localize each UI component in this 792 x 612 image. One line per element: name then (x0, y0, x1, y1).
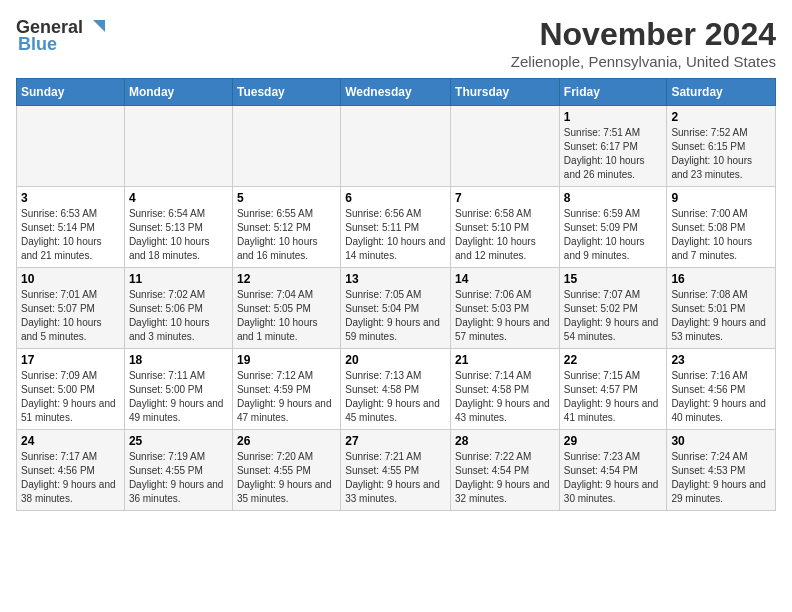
day-info: Sunrise: 7:02 AM Sunset: 5:06 PM Dayligh… (129, 288, 228, 344)
day-number: 27 (345, 434, 446, 448)
calendar-cell (17, 106, 125, 187)
day-info: Sunrise: 7:14 AM Sunset: 4:58 PM Dayligh… (455, 369, 555, 425)
day-info: Sunrise: 6:59 AM Sunset: 5:09 PM Dayligh… (564, 207, 663, 263)
day-info: Sunrise: 7:05 AM Sunset: 5:04 PM Dayligh… (345, 288, 446, 344)
calendar-table: SundayMondayTuesdayWednesdayThursdayFrid… (16, 78, 776, 511)
calendar-cell: 2Sunrise: 7:52 AM Sunset: 6:15 PM Daylig… (667, 106, 776, 187)
column-header-sunday: Sunday (17, 79, 125, 106)
day-number: 8 (564, 191, 663, 205)
location-text: Zelienople, Pennsylvania, United States (511, 53, 776, 70)
day-info: Sunrise: 7:09 AM Sunset: 5:00 PM Dayligh… (21, 369, 120, 425)
calendar-cell: 9Sunrise: 7:00 AM Sunset: 5:08 PM Daylig… (667, 187, 776, 268)
column-header-saturday: Saturday (667, 79, 776, 106)
day-number: 6 (345, 191, 446, 205)
calendar-week-row: 17Sunrise: 7:09 AM Sunset: 5:00 PM Dayli… (17, 349, 776, 430)
day-info: Sunrise: 7:07 AM Sunset: 5:02 PM Dayligh… (564, 288, 663, 344)
day-number: 29 (564, 434, 663, 448)
day-info: Sunrise: 7:23 AM Sunset: 4:54 PM Dayligh… (564, 450, 663, 506)
calendar-cell: 20Sunrise: 7:13 AM Sunset: 4:58 PM Dayli… (341, 349, 451, 430)
day-info: Sunrise: 7:13 AM Sunset: 4:58 PM Dayligh… (345, 369, 446, 425)
day-info: Sunrise: 7:11 AM Sunset: 5:00 PM Dayligh… (129, 369, 228, 425)
calendar-cell: 4Sunrise: 6:54 AM Sunset: 5:13 PM Daylig… (124, 187, 232, 268)
day-info: Sunrise: 7:24 AM Sunset: 4:53 PM Dayligh… (671, 450, 771, 506)
calendar-cell: 21Sunrise: 7:14 AM Sunset: 4:58 PM Dayli… (451, 349, 560, 430)
calendar-cell: 19Sunrise: 7:12 AM Sunset: 4:59 PM Dayli… (232, 349, 340, 430)
day-number: 18 (129, 353, 228, 367)
day-info: Sunrise: 7:22 AM Sunset: 4:54 PM Dayligh… (455, 450, 555, 506)
calendar-cell: 7Sunrise: 6:58 AM Sunset: 5:10 PM Daylig… (451, 187, 560, 268)
calendar-cell: 17Sunrise: 7:09 AM Sunset: 5:00 PM Dayli… (17, 349, 125, 430)
day-info: Sunrise: 7:20 AM Sunset: 4:55 PM Dayligh… (237, 450, 336, 506)
day-number: 24 (21, 434, 120, 448)
svg-marker-0 (93, 20, 105, 32)
calendar-cell: 3Sunrise: 6:53 AM Sunset: 5:14 PM Daylig… (17, 187, 125, 268)
day-number: 21 (455, 353, 555, 367)
calendar-cell: 6Sunrise: 6:56 AM Sunset: 5:11 PM Daylig… (341, 187, 451, 268)
day-number: 1 (564, 110, 663, 124)
column-header-monday: Monday (124, 79, 232, 106)
day-number: 25 (129, 434, 228, 448)
calendar-cell: 13Sunrise: 7:05 AM Sunset: 5:04 PM Dayli… (341, 268, 451, 349)
calendar-cell: 25Sunrise: 7:19 AM Sunset: 4:55 PM Dayli… (124, 430, 232, 511)
day-number: 22 (564, 353, 663, 367)
calendar-cell: 29Sunrise: 7:23 AM Sunset: 4:54 PM Dayli… (559, 430, 667, 511)
calendar-cell: 22Sunrise: 7:15 AM Sunset: 4:57 PM Dayli… (559, 349, 667, 430)
calendar-cell: 5Sunrise: 6:55 AM Sunset: 5:12 PM Daylig… (232, 187, 340, 268)
logo: General Blue (16, 16, 107, 55)
calendar-cell: 30Sunrise: 7:24 AM Sunset: 4:53 PM Dayli… (667, 430, 776, 511)
day-number: 17 (21, 353, 120, 367)
day-info: Sunrise: 6:53 AM Sunset: 5:14 PM Dayligh… (21, 207, 120, 263)
column-header-friday: Friday (559, 79, 667, 106)
day-number: 26 (237, 434, 336, 448)
day-info: Sunrise: 7:51 AM Sunset: 6:17 PM Dayligh… (564, 126, 663, 182)
title-area: November 2024 Zelienople, Pennsylvania, … (511, 16, 776, 70)
day-number: 12 (237, 272, 336, 286)
day-info: Sunrise: 7:21 AM Sunset: 4:55 PM Dayligh… (345, 450, 446, 506)
day-info: Sunrise: 7:04 AM Sunset: 5:05 PM Dayligh… (237, 288, 336, 344)
logo-blue-text: Blue (16, 34, 57, 55)
day-number: 7 (455, 191, 555, 205)
calendar-cell: 28Sunrise: 7:22 AM Sunset: 4:54 PM Dayli… (451, 430, 560, 511)
calendar-cell: 11Sunrise: 7:02 AM Sunset: 5:06 PM Dayli… (124, 268, 232, 349)
calendar-cell: 1Sunrise: 7:51 AM Sunset: 6:17 PM Daylig… (559, 106, 667, 187)
calendar-cell: 27Sunrise: 7:21 AM Sunset: 4:55 PM Dayli… (341, 430, 451, 511)
day-info: Sunrise: 7:15 AM Sunset: 4:57 PM Dayligh… (564, 369, 663, 425)
day-number: 11 (129, 272, 228, 286)
calendar-cell: 15Sunrise: 7:07 AM Sunset: 5:02 PM Dayli… (559, 268, 667, 349)
month-title: November 2024 (511, 16, 776, 53)
calendar-cell: 24Sunrise: 7:17 AM Sunset: 4:56 PM Dayli… (17, 430, 125, 511)
day-number: 23 (671, 353, 771, 367)
column-header-tuesday: Tuesday (232, 79, 340, 106)
day-info: Sunrise: 6:55 AM Sunset: 5:12 PM Dayligh… (237, 207, 336, 263)
column-header-thursday: Thursday (451, 79, 560, 106)
calendar-week-row: 24Sunrise: 7:17 AM Sunset: 4:56 PM Dayli… (17, 430, 776, 511)
day-number: 5 (237, 191, 336, 205)
day-info: Sunrise: 7:12 AM Sunset: 4:59 PM Dayligh… (237, 369, 336, 425)
calendar-cell: 10Sunrise: 7:01 AM Sunset: 5:07 PM Dayli… (17, 268, 125, 349)
calendar-cell: 14Sunrise: 7:06 AM Sunset: 5:03 PM Dayli… (451, 268, 560, 349)
day-info: Sunrise: 7:08 AM Sunset: 5:01 PM Dayligh… (671, 288, 771, 344)
calendar-cell (341, 106, 451, 187)
day-number: 16 (671, 272, 771, 286)
day-number: 4 (129, 191, 228, 205)
calendar-week-row: 3Sunrise: 6:53 AM Sunset: 5:14 PM Daylig… (17, 187, 776, 268)
day-number: 3 (21, 191, 120, 205)
day-number: 2 (671, 110, 771, 124)
day-number: 13 (345, 272, 446, 286)
day-info: Sunrise: 7:17 AM Sunset: 4:56 PM Dayligh… (21, 450, 120, 506)
logo-icon (85, 16, 107, 38)
calendar-week-row: 10Sunrise: 7:01 AM Sunset: 5:07 PM Dayli… (17, 268, 776, 349)
column-header-wednesday: Wednesday (341, 79, 451, 106)
day-info: Sunrise: 7:52 AM Sunset: 6:15 PM Dayligh… (671, 126, 771, 182)
day-info: Sunrise: 7:19 AM Sunset: 4:55 PM Dayligh… (129, 450, 228, 506)
calendar-header-row: SundayMondayTuesdayWednesdayThursdayFrid… (17, 79, 776, 106)
calendar-cell: 23Sunrise: 7:16 AM Sunset: 4:56 PM Dayli… (667, 349, 776, 430)
day-info: Sunrise: 6:54 AM Sunset: 5:13 PM Dayligh… (129, 207, 228, 263)
day-number: 20 (345, 353, 446, 367)
calendar-cell: 8Sunrise: 6:59 AM Sunset: 5:09 PM Daylig… (559, 187, 667, 268)
day-number: 30 (671, 434, 771, 448)
page-header: General Blue November 2024 Zelienople, P… (16, 16, 776, 70)
day-number: 14 (455, 272, 555, 286)
day-number: 15 (564, 272, 663, 286)
calendar-cell: 12Sunrise: 7:04 AM Sunset: 5:05 PM Dayli… (232, 268, 340, 349)
